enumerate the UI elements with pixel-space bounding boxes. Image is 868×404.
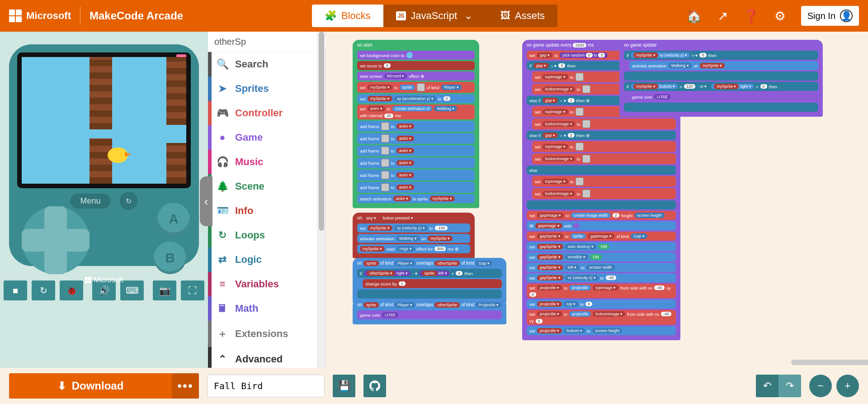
- project-name-input[interactable]: [207, 375, 325, 397]
- obstacle-bottom-2: [166, 143, 186, 184]
- category-extensions[interactable]: ＋Extensions: [208, 321, 325, 347]
- blocks-workspace[interactable]: on start set background color to set sco…: [326, 32, 868, 368]
- undo-redo-group: ↶ ↷: [756, 375, 801, 397]
- tab-blocks[interactable]: 🧩 Blocks: [312, 5, 383, 27]
- download-more-button[interactable]: •••: [172, 373, 199, 399]
- scene-icon: 🌲: [216, 181, 229, 192]
- console-footer: Microsoft: [17, 276, 191, 284]
- a-button[interactable]: A: [157, 203, 190, 235]
- category-variables[interactable]: ≡Variables: [208, 272, 325, 296]
- simulator-panel: i Menu ↻: [0, 32, 208, 368]
- category-info[interactable]: 🪪Info: [208, 199, 325, 223]
- category-label: Game: [235, 132, 263, 143]
- undo-button[interactable]: ↶: [756, 375, 778, 397]
- download-icon: ⬇: [57, 380, 66, 392]
- microsoft-logo[interactable]: Microsoft: [9, 10, 71, 22]
- game-screen[interactable]: [22, 57, 186, 184]
- music-icon: 🎧: [216, 156, 229, 168]
- info-icon: 🪪: [216, 205, 229, 217]
- chevron-down-icon[interactable]: ⌄: [462, 10, 475, 22]
- app-header: Microsoft MakeCode Arcade 🧩 Blocks JS Ja…: [0, 0, 868, 32]
- reset-button[interactable]: ↻: [120, 192, 138, 210]
- game-screen-frame: [17, 52, 191, 188]
- toolbox-search: 🔍: [208, 32, 325, 52]
- help-icon[interactable]: ❓: [743, 9, 759, 24]
- block-on-game-update[interactable]: on game update ifmySprite ▾ vy (velocity…: [619, 40, 823, 117]
- sprites-icon: ➤: [216, 83, 229, 95]
- category-label: Logic: [235, 254, 262, 266]
- search-icon: 🔍: [216, 58, 229, 70]
- image-icon: 🖼: [500, 10, 510, 22]
- sign-in-button[interactable]: Sign In 👤: [801, 6, 859, 26]
- block-on-start[interactable]: on start set background color to set sco…: [353, 40, 479, 208]
- category-label: Loops: [235, 229, 265, 241]
- block-on-overlap-gap[interactable]: on sprite of kind Player ▾ overlaps othe…: [353, 258, 506, 304]
- obstacle-top-2: [166, 57, 186, 125]
- category-label: Extensions: [235, 328, 288, 340]
- logic-icon: ⇄: [216, 254, 229, 266]
- game-icon: ●: [216, 132, 229, 143]
- category-search[interactable]: 🔍Search: [208, 52, 325, 76]
- zoom-group: − +: [809, 375, 859, 397]
- redo-button[interactable]: ↷: [778, 375, 801, 397]
- obstacle-top-1: [90, 57, 112, 129]
- collapse-simulator-button[interactable]: ‹: [200, 176, 212, 226]
- category-music[interactable]: 🎧Music: [208, 150, 325, 174]
- category-label: Sprites: [235, 83, 269, 95]
- category-label: Scene: [235, 181, 264, 192]
- tab-javascript[interactable]: JS JavaScript ⌄: [383, 5, 488, 27]
- download-group: ⬇ Download •••: [9, 373, 199, 399]
- advanced-icon: ⌃: [216, 353, 229, 365]
- category-logic[interactable]: ⇄Logic: [208, 247, 325, 272]
- js-icon: JS: [396, 11, 406, 20]
- category-label: Advanced: [235, 353, 283, 365]
- share-icon[interactable]: ↗: [717, 9, 728, 24]
- zoom-in-button[interactable]: +: [836, 375, 859, 397]
- console-footer-label: Microsoft: [94, 276, 123, 284]
- puzzle-icon: 🧩: [325, 10, 337, 22]
- home-icon[interactable]: 🏠: [686, 9, 702, 24]
- github-button[interactable]: [363, 375, 386, 397]
- category-label: Music: [235, 156, 263, 168]
- gear-icon[interactable]: ⚙: [774, 9, 786, 24]
- category-label: Variables: [235, 278, 279, 290]
- category-advanced[interactable]: ⌃Advanced: [208, 347, 325, 368]
- download-label: Download: [72, 380, 124, 392]
- game-console: i Menu ↻: [9, 44, 199, 266]
- save-button[interactable]: 💾: [333, 375, 355, 397]
- player-bird: [108, 147, 127, 163]
- loops-icon: ↻: [216, 229, 229, 241]
- header-divider: [80, 7, 80, 25]
- b-button[interactable]: B: [154, 242, 186, 274]
- product-title[interactable]: MakeCode Arcade: [90, 10, 183, 22]
- toolbox: 🔍 🔍Search➤Sprites🎮Controller●Game🎧Music🌲…: [208, 32, 326, 368]
- category-sprites[interactable]: ➤Sprites: [208, 76, 325, 101]
- header-icons: 🏠 ↗ ❓ ⚙ Sign In 👤: [686, 6, 859, 26]
- workspace-scrollbar[interactable]: [791, 360, 868, 365]
- tab-blocks-label: Blocks: [341, 10, 371, 22]
- category-label: Info: [235, 205, 253, 217]
- math-icon: 🖩: [216, 303, 229, 314]
- category-controller[interactable]: 🎮Controller: [208, 101, 325, 125]
- extensions-icon: ＋: [216, 327, 229, 341]
- download-button[interactable]: ⬇ Download: [9, 373, 172, 399]
- console-controls: Menu ↻ A B: [17, 188, 191, 274]
- block-on-overlap-projectile[interactable]: on sprite of kind Player ▾ overlaps othe…: [353, 299, 506, 324]
- block-on-button[interactable]: on any ▾ button pressed ▾ setmySprite ▾v…: [353, 213, 475, 258]
- controller-icon: 🎮: [216, 107, 229, 119]
- variables-icon: ≡: [216, 278, 229, 290]
- tab-js-label: JavaScript: [410, 10, 457, 22]
- category-game[interactable]: ●Game: [208, 125, 325, 150]
- category-math[interactable]: 🖩Math: [208, 296, 325, 321]
- category-loops[interactable]: ↻Loops: [208, 223, 325, 247]
- microsoft-squares-icon: [85, 277, 91, 283]
- dpad[interactable]: [22, 206, 90, 274]
- tab-assets[interactable]: 🖼 Assets: [488, 5, 557, 27]
- search-input[interactable]: [214, 37, 329, 47]
- category-label: Search: [235, 58, 268, 70]
- toolbox-scrollbar[interactable]: [317, 32, 325, 368]
- category-scene[interactable]: 🌲Scene: [208, 174, 325, 199]
- microsoft-squares-icon: [9, 10, 22, 22]
- zoom-out-button[interactable]: −: [809, 375, 832, 397]
- hat-label: on start: [357, 43, 475, 49]
